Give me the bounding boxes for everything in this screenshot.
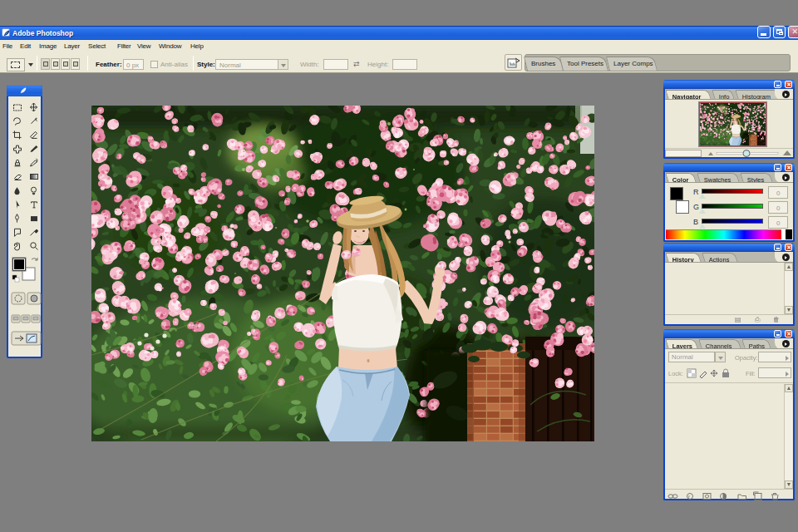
svg-text:f: f: [688, 495, 690, 500]
